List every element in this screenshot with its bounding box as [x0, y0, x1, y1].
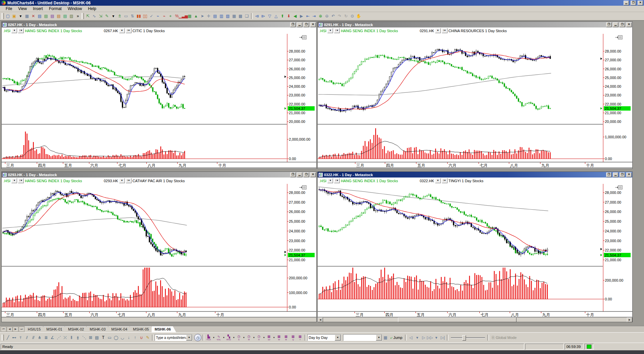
- interval-year-button[interactable]: ▦Y: [297, 334, 304, 342]
- chart-window-titlebar[interactable]: 0322.HK - 1 Day - Metastock❐▁❒✕: [318, 172, 632, 178]
- tab-mshk-01[interactable]: MSHK-01: [44, 326, 68, 332]
- play-fast-menu-icon[interactable]: ▾: [433, 335, 439, 341]
- date-axis[interactable]: 三月四月五月六月七月八月九月十月: [2, 162, 316, 168]
- signal-red-icon[interactable]: ⌁: [161, 13, 167, 19]
- menu-help[interactable]: Help: [85, 6, 99, 11]
- jump-button[interactable]: ⤶ Jump: [389, 334, 404, 341]
- ellipse-tool-icon[interactable]: ◯: [113, 335, 119, 341]
- chart-window-titlebar[interactable]: 0291.HK - 1 Day - Metastock❐▁❒✕: [318, 22, 632, 27]
- chart-window-titlebar[interactable]: 0293.HK - 1 Day - Metastock❐▁❒✕: [2, 172, 316, 178]
- chart-type-icon[interactable]: ▲: [193, 13, 199, 19]
- format-signal-icon[interactable]: ▤: [62, 13, 68, 19]
- calendar-icon[interactable]: ▦: [382, 335, 389, 341]
- parallel-lines-icon[interactable]: ⫽: [24, 335, 30, 341]
- clock-button[interactable]: ◷: [194, 334, 202, 341]
- stock-interval-button[interactable]: I▼: [442, 28, 448, 33]
- app-maximize-button[interactable]: ❐: [631, 1, 636, 5]
- interval-day-button-dropdown-icon[interactable]: ▾: [272, 334, 275, 342]
- menu-file[interactable]: File: [3, 6, 15, 11]
- combo-dropdown-icon[interactable]: ▼: [186, 335, 192, 341]
- save-desktop-icon[interactable]: ▦: [24, 13, 30, 19]
- index-dropdown-button[interactable]: ▼: [11, 28, 17, 33]
- apply-style-icon[interactable]: ✓: [148, 13, 155, 19]
- chart-canvas-0291hk[interactable]: 28,000.0027,000.0026,000.0025,000.0024,0…: [318, 34, 632, 168]
- chart-window-0293hk[interactable]: 0293.HK - 1 Day - Metastock❐▁❒✕.HSI▼I▼HA…: [1, 171, 317, 322]
- interval-minute-button-dropdown-icon[interactable]: ▾: [252, 334, 255, 342]
- interval-hour-button[interactable]: ◷H: [255, 334, 262, 342]
- step-backward-icon[interactable]: ◁: [408, 335, 414, 341]
- chart-close-button[interactable]: ✕: [626, 22, 632, 27]
- insert-symbol-icon[interactable]: ▤: [36, 13, 43, 19]
- chart-canvas-0267hk[interactable]: 28,000.0027,000.0026,000.0025,000.0024,0…: [2, 34, 316, 168]
- chart-restore-button[interactable]: ❐: [290, 22, 296, 27]
- interval-volume-button[interactable]: ∿VOL: [215, 334, 222, 342]
- stock-dropdown-button[interactable]: ▼: [119, 28, 125, 33]
- chart-window-0291hk[interactable]: 0291.HK - 1 Day - Metastock❐▁❒✕.HSI▼I▼HA…: [317, 21, 633, 169]
- arrow-up-icon[interactable]: ↑: [132, 335, 138, 341]
- compress-left-icon[interactable]: ⧏: [254, 13, 260, 19]
- index-interval-button[interactable]: I▼: [18, 178, 24, 183]
- interval-range-button[interactable]: ▚RNG: [225, 334, 232, 342]
- compress-right-icon[interactable]: ⧐: [260, 13, 266, 19]
- arrow-down-icon[interactable]: ↓: [126, 335, 132, 341]
- date-axis[interactable]: 三月四月五月六月七月八月九月十月: [318, 162, 632, 168]
- tab-mshk-06[interactable]: MSHK-06: [152, 326, 176, 332]
- chart-close-button[interactable]: ✕: [310, 172, 316, 177]
- format-settings-icon[interactable]: ▧: [68, 13, 75, 19]
- interval-tick-button[interactable]: ▙TICK: [205, 334, 212, 342]
- speed-lines-icon[interactable]: ≣: [43, 335, 49, 341]
- zoom-in-icon[interactable]: ⊕: [317, 13, 324, 19]
- chart-canvas-0322hk[interactable]: 28,000.0027,000.0026,000.0025,000.0024,0…: [318, 184, 632, 317]
- tile-vertical-icon[interactable]: ▩: [237, 13, 244, 19]
- insert-study2-icon[interactable]: ⇱: [85, 13, 91, 19]
- menu-format[interactable]: Format: [46, 6, 65, 11]
- recalculate-icon[interactable]: ∿: [91, 13, 97, 19]
- interval-range-button-dropdown-icon[interactable]: ▾: [232, 334, 235, 342]
- chart-restore-button[interactable]: ❐: [606, 172, 612, 177]
- menu-view[interactable]: View: [15, 6, 30, 11]
- chart-minimize-button[interactable]: ▁: [297, 172, 302, 177]
- expand-vertical-icon[interactable]: △: [273, 13, 279, 19]
- scale-options-icon[interactable]: [299, 186, 306, 189]
- format-study-icon[interactable]: ▤: [56, 13, 62, 19]
- tab-nav-next-button[interactable]: ▶: [13, 327, 18, 332]
- chart-window-0267hk[interactable]: 0267.HK - 1 Day - Metastock❐▁❒✕.HSI▼I▼HA…: [1, 21, 317, 169]
- tile-horizontal-icon[interactable]: ▦: [231, 13, 237, 19]
- interval-second-button[interactable]: ◷S: [235, 334, 242, 342]
- global-mode-button[interactable]: ⎘ Global Mode: [490, 334, 518, 341]
- interval-second-button-dropdown-icon[interactable]: ▾: [242, 334, 245, 342]
- scroll-left-button[interactable]: ◀: [318, 317, 323, 322]
- chart-close-button[interactable]: ✕: [310, 22, 316, 27]
- index-dropdown-button[interactable]: ▼: [327, 28, 333, 33]
- symbol-interval-combo[interactable]: Type a symbol/interval ▼: [155, 334, 192, 341]
- stock-interval-button[interactable]: I▼: [126, 178, 132, 183]
- interval-volume-button-dropdown-icon[interactable]: ▾: [222, 334, 225, 342]
- chart-maximize-button[interactable]: ❒: [620, 22, 625, 27]
- price-axis[interactable]: 28,000.0027,000.0026,000.0025,000.0024,0…: [287, 184, 315, 311]
- interval-minute-button[interactable]: ◷M: [245, 334, 252, 342]
- crosshair-icon[interactable]: ✛: [206, 13, 212, 19]
- jump-combo-dropdown-icon[interactable]: ▼: [376, 335, 382, 341]
- index-interval-button[interactable]: I▼: [18, 28, 24, 33]
- play-fast-icon[interactable]: ▷▷: [427, 335, 433, 341]
- channel-icon[interactable]: ⫻: [30, 335, 36, 341]
- scale-up-icon[interactable]: ⬆: [279, 13, 286, 19]
- arc-tool-icon[interactable]: ◡: [119, 335, 126, 341]
- fan-lines-icon[interactable]: ⋔: [36, 335, 43, 341]
- candle-down-icon[interactable]: ▯▯: [142, 13, 148, 19]
- tab-mshk-04[interactable]: MSHK-04: [108, 326, 133, 332]
- more-buttons-icon[interactable]: »: [75, 13, 81, 19]
- scale-options-icon[interactable]: [615, 186, 622, 189]
- format-symbol-icon[interactable]: ▤: [49, 13, 56, 19]
- stock-interval-button[interactable]: I▼: [126, 28, 132, 33]
- jump-date-combo[interactable]: ▼: [343, 334, 382, 341]
- tab-mshk-02[interactable]: MSHK-02: [65, 326, 89, 332]
- regression-icon[interactable]: ⋰: [56, 335, 62, 341]
- tab-mshk-05[interactable]: MSHK-05: [130, 326, 154, 332]
- index-dropdown-button[interactable]: ▼: [11, 178, 17, 183]
- alerts-icon[interactable]: ⌖: [167, 13, 174, 19]
- chart-minimize-button[interactable]: ▁: [297, 22, 302, 27]
- open-dropdown-icon[interactable]: ▾: [17, 13, 24, 19]
- lock-drawings-icon[interactable]: ✎: [145, 335, 151, 341]
- tab-mshk-03[interactable]: MSHK-03: [87, 326, 111, 332]
